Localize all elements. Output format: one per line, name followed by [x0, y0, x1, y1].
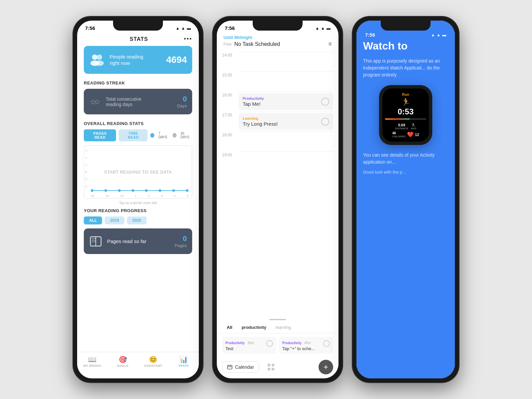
chart-dot-6[interactable]	[159, 189, 161, 192]
heart-icon: ❤️	[407, 131, 414, 138]
watch-face: Run 🏃 0:53 0.69 DISTANCE 7.	[382, 88, 429, 142]
streak-card: ☆ ☆ Total consecutive reading days 0 Day…	[84, 89, 192, 114]
streak-text: Total consecutive reading days	[106, 96, 172, 107]
assistant-label: ASSISTANT	[144, 364, 162, 367]
chart-dot-line	[91, 190, 189, 191]
filter-all[interactable]: All	[222, 324, 237, 331]
people-icon-area	[89, 52, 105, 68]
svg-point-1	[97, 55, 102, 60]
progress-tabs-row: ALL 2019 2020	[84, 216, 192, 224]
watch-time-display: 0:53	[398, 107, 414, 116]
nav-assistant[interactable]: 😊 ASSISTANT	[138, 355, 169, 367]
learning-task-info: Learning Try Long Press!	[243, 116, 319, 127]
assistant-icon: 😊	[149, 355, 157, 363]
streak-label-2: reading days	[106, 102, 172, 107]
reading-progress-header: YOUR READING PROGRESS	[84, 208, 192, 213]
calendar-button[interactable]: Calendar	[222, 361, 259, 373]
chart-dot-8[interactable]	[186, 189, 189, 192]
mini-task-1-title: Test	[225, 346, 264, 351]
mini-task-2-info: Productivity 45m Tap "+" to sche...	[282, 339, 321, 351]
reading-label-2: right now	[110, 60, 162, 66]
hamburger-menu-icon[interactable]: ≡	[328, 41, 332, 48]
notch-2	[253, 21, 303, 31]
mini-task-1[interactable]: Productivity 30m Test	[222, 337, 276, 354]
chart-hint: Tap on a dot for more info	[84, 201, 192, 205]
30-days-label: 30 DAYS	[181, 132, 192, 139]
time-label-1900: 19:00	[222, 151, 239, 157]
svg-text:☆: ☆	[94, 98, 100, 106]
signal-icon-2: ▲	[315, 26, 319, 31]
time-1700: 17:00 Learning Try Long Press!	[217, 111, 338, 131]
svg-rect-8	[227, 365, 232, 369]
7-day-dot[interactable]	[150, 133, 154, 138]
mini-task-1-info: Productivity 30m Test	[225, 339, 264, 351]
time-content-1800	[239, 131, 333, 151]
mini-task-2-circle[interactable]	[323, 340, 330, 347]
mini-task-2-title: Tap "+" to sche...	[282, 346, 321, 351]
grid-icon	[267, 363, 275, 371]
time-1800: 18:00	[217, 131, 338, 151]
all-tab[interactable]: ALL	[84, 216, 102, 224]
time-read-tab[interactable]: TIME READ	[119, 129, 148, 141]
nav-stats[interactable]: 📊 STATS	[169, 355, 199, 367]
drag-handle[interactable]	[269, 319, 286, 320]
mybooks-icon: 📖	[88, 355, 96, 363]
svg-rect-14	[268, 368, 270, 370]
calories-row: 46 CALORIES ❤️ 12	[392, 131, 419, 138]
productivity-task-block[interactable]: Productivity Tap Me!	[239, 93, 333, 110]
mini-task-1-circle[interactable]	[266, 340, 273, 347]
book-icon	[89, 235, 102, 247]
add-task-button[interactable]: +	[319, 360, 333, 374]
filter-learning[interactable]: learning	[271, 324, 296, 331]
mini-task-2[interactable]: Productivity 45m Tap "+" to sche...	[279, 337, 333, 354]
chart-dot-1[interactable]	[91, 189, 93, 192]
productivity-header: Until Midnight Free No Task Scheduled ≡	[217, 33, 338, 52]
30-day-dot[interactable]	[173, 133, 177, 138]
wifi-icon-2: ▲	[321, 26, 325, 31]
calories-area: 46 CALORIES	[392, 131, 406, 138]
nav-header: STATS •••	[77, 33, 199, 46]
watch-mockup: Run 🏃 0:53 0.69 DISTANCE 7.	[379, 85, 432, 145]
calories-value: 46	[392, 131, 406, 135]
reading-count: 4694	[166, 55, 187, 65]
signal-icon: ▲	[176, 26, 180, 31]
time-1500: 15:00	[217, 71, 338, 91]
productivity-task-info: Productivity Tap Me!	[243, 96, 319, 107]
2019-tab[interactable]: 2019	[105, 216, 124, 224]
chart-dot-2[interactable]	[104, 189, 107, 192]
streak-unit: Days	[177, 103, 187, 108]
time-label-1400: 14:00	[222, 52, 239, 58]
star-icon: ☆ ☆	[89, 96, 101, 108]
no-task-label: No Task Scheduled	[234, 41, 280, 47]
screen-title: STATS	[130, 36, 148, 42]
notch	[113, 21, 163, 31]
task-category-productivity: Productivity	[243, 96, 319, 100]
nav-goals[interactable]: 🎯 GOALS	[108, 355, 138, 367]
time-label-1700: 17:00	[222, 111, 239, 117]
svg-rect-13	[272, 364, 274, 366]
nav-mybooks[interactable]: 📖 MY BOOKS	[77, 355, 108, 367]
grid-view-button[interactable]	[264, 360, 278, 374]
chart-dot-3[interactable]	[118, 189, 121, 192]
dot-selector: 7 DAYS 30 DAYS	[150, 132, 192, 139]
battery-icon-3: ▬	[442, 33, 446, 37]
task-complete-circle-2[interactable]	[321, 118, 329, 126]
filter-productivity[interactable]: productivity	[237, 324, 271, 331]
time-1600: 16:00 Productivity Tap Me!	[217, 91, 338, 111]
free-label: Free	[223, 42, 232, 47]
filter-row: All productivity learning	[217, 322, 338, 333]
chart-dot-4[interactable]	[132, 189, 134, 192]
time-display-2: 7:56	[225, 25, 235, 31]
task-complete-circle-1[interactable]	[321, 98, 329, 106]
learning-task-block[interactable]: Learning Try Long Press!	[239, 113, 333, 130]
2020-tab[interactable]: 2020	[127, 216, 147, 224]
action-bar: Calendar +	[217, 357, 338, 378]
pages-read-tab[interactable]: PAGES READ	[84, 129, 116, 141]
chart-dot-7[interactable]	[172, 189, 175, 192]
more-options-button[interactable]: •••	[184, 36, 192, 43]
watch-stat-avg: 7. AVG	[411, 123, 416, 130]
chart-dot-5[interactable]	[145, 189, 148, 192]
mini-tasks-row: Productivity 30m Test Productivity 45m T…	[217, 333, 338, 357]
mini-task-1-header: Productivity 30m	[225, 339, 264, 345]
mini-task-2-header: Productivity 45m	[282, 339, 321, 345]
